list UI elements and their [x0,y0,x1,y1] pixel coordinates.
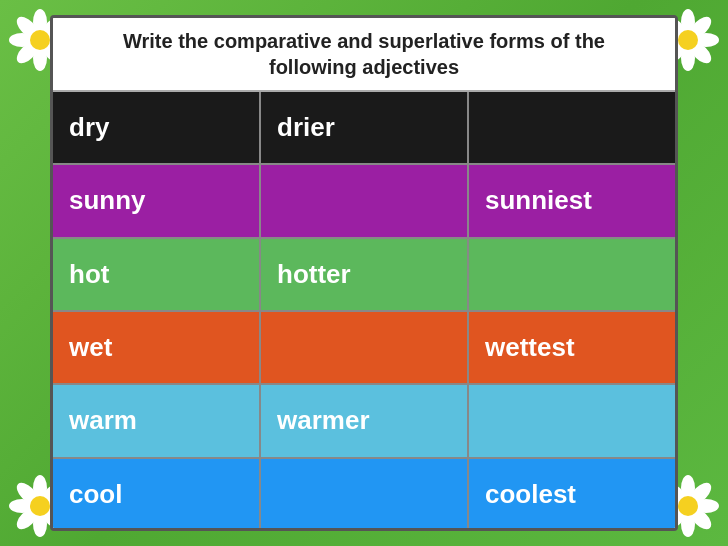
table-row-dry: drydrier [53,92,675,165]
cell-hot-col2: hotter [261,239,469,310]
svg-point-26 [30,496,50,516]
table-row-warm: warmwarmer [53,385,675,458]
cell-hot-col3 [469,239,675,310]
main-container: Write the comparative and superlative fo… [50,15,678,531]
cell-warm-col3 [469,385,675,456]
title-line1: Write the comparative and superlative fo… [73,28,655,54]
svg-point-35 [678,496,698,516]
svg-point-17 [678,30,698,50]
cell-cool-col1: cool [53,459,261,530]
cell-wet-col1: wet [53,312,261,383]
table-row-sunny: sunnysunniest [53,165,675,238]
adjectives-table: drydriersunnysunniesthothotterwetwettest… [53,92,675,530]
table-row-hot: hothotter [53,239,675,312]
cell-cool-col3: coolest [469,459,675,530]
table-row-cool: coolcoolest [53,459,675,530]
title-bar: Write the comparative and superlative fo… [53,18,675,92]
table-row-wet: wetwettest [53,312,675,385]
cell-sunny-col1: sunny [53,165,261,236]
cell-wet-col2 [261,312,469,383]
cell-warm-col1: warm [53,385,261,456]
cell-dry-col1: dry [53,92,261,163]
cell-cool-col2 [261,459,469,530]
cell-warm-col2: warmer [261,385,469,456]
cell-dry-col2: drier [261,92,469,163]
cell-sunny-col3: sunniest [469,165,675,236]
cell-wet-col3: wettest [469,312,675,383]
title-line2: following adjectives [73,54,655,80]
cell-hot-col1: hot [53,239,261,310]
cell-sunny-col2 [261,165,469,236]
svg-point-8 [30,30,50,50]
cell-dry-col3 [469,92,675,163]
